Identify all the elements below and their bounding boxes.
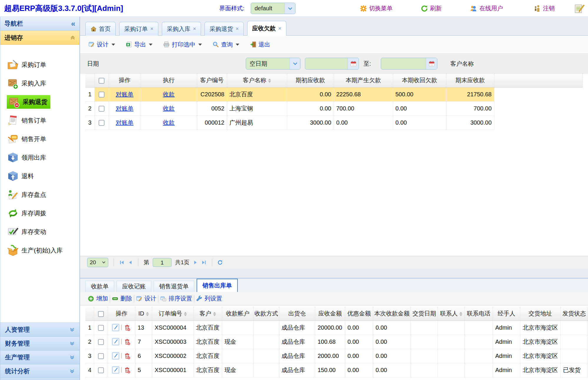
trash-icon[interactable] xyxy=(123,352,131,360)
select-all-checkbox[interactable] xyxy=(98,311,104,317)
tab-receipts[interactable]: 收款单 xyxy=(85,281,114,292)
sort-icon[interactable] xyxy=(459,312,462,316)
sidebar-section-finance[interactable]: 财务管理 xyxy=(0,336,79,350)
caret-down-icon[interactable] xyxy=(198,44,202,46)
last-page-button[interactable] xyxy=(201,260,207,265)
refresh-button[interactable]: 刷新 xyxy=(421,0,442,17)
close-icon[interactable]: × xyxy=(193,26,196,32)
tab-purchase-order[interactable]: 采购订单 × xyxy=(119,22,158,36)
col-customer-name[interactable]: 客户名称 xyxy=(227,74,287,87)
edit-icon[interactable] xyxy=(112,366,119,374)
statement-link[interactable]: 对账单 xyxy=(116,91,134,98)
chevron-down-icon[interactable] xyxy=(290,58,300,69)
sidebar-section-hr[interactable]: 人资管理 xyxy=(0,323,79,336)
edit-icon[interactable] xyxy=(112,338,119,346)
statement-link[interactable]: 对账单 xyxy=(116,105,134,112)
col-contact[interactable]: 联系人 xyxy=(438,307,465,320)
tab-purchase-inbound[interactable]: 采购入库 × xyxy=(162,22,201,36)
sidebar-item-stock-count[interactable]: 库存盘点 xyxy=(0,185,79,204)
trash-icon[interactable] xyxy=(123,338,131,346)
row-checkbox[interactable] xyxy=(99,120,104,126)
export-button[interactable]: 导出 xyxy=(126,41,152,49)
tab-receivables[interactable]: 应收欠款 × xyxy=(247,21,286,36)
date-mode-select[interactable]: 空日期 xyxy=(246,58,300,70)
exit-button[interactable]: 退出 xyxy=(250,41,270,49)
tab-sales-returns[interactable]: 销售退货单 xyxy=(154,281,194,292)
table-row[interactable]: 3 | 6 XSC000002 北京百度 成品仓库 2000.00 0.00 xyxy=(85,349,588,363)
sort-icon[interactable] xyxy=(146,312,149,316)
caret-down-icon[interactable] xyxy=(112,44,115,46)
sidebar-item-purchase-return[interactable]: 采购退货 xyxy=(0,92,79,111)
sort-settings-button[interactable]: 排序设置 xyxy=(160,295,192,303)
select-all-checkbox[interactable] xyxy=(99,78,104,84)
collect-link[interactable]: 收款 xyxy=(163,91,175,98)
calendar-icon[interactable] xyxy=(348,58,359,69)
calendar-icon[interactable] xyxy=(426,58,437,69)
chevron-down-icon[interactable] xyxy=(285,3,295,14)
add-button[interactable]: 增加 xyxy=(88,295,108,303)
sort-icon[interactable] xyxy=(213,312,216,316)
table-row[interactable]: 3 对账单 收款 000012 广州超易 3000.00 0.00 0.00 3… xyxy=(85,115,582,130)
note-pencil-icon[interactable] xyxy=(574,3,586,15)
table-row[interactable]: 1 对账单 收款 C202508 北京百度 0.00 22250.68 500.… xyxy=(85,87,582,101)
row-checkbox[interactable] xyxy=(98,367,104,373)
column-settings-button[interactable]: 列设置 xyxy=(196,295,222,303)
tab-receivable-ledger[interactable]: 应收记账 xyxy=(117,281,151,292)
sidebar-item-purchase-order[interactable]: 采购订单 xyxy=(0,55,79,74)
row-checkbox[interactable] xyxy=(99,92,104,98)
design-button[interactable]: 设计 xyxy=(136,295,156,303)
query-button[interactable]: 查询 xyxy=(212,41,239,49)
table-row[interactable]: 1 | 13 XSC000004 北京百度 成品仓库 20000.00 0.00 xyxy=(85,320,588,335)
sidebar-item-sales-order[interactable]: 销售订单 xyxy=(0,111,79,130)
close-icon[interactable]: × xyxy=(150,26,153,32)
table-row[interactable]: 2 | 7 XSC000003 北京百度 现金 成品仓库 100.68 0.00 xyxy=(85,335,588,349)
collect-link[interactable]: 收款 xyxy=(163,105,175,112)
style-select[interactable]: default xyxy=(251,3,295,14)
sidebar-section-partial[interactable] xyxy=(0,378,79,380)
close-icon[interactable]: × xyxy=(278,26,281,32)
sidebar-item-stock-change[interactable]: 库存变动 xyxy=(0,222,79,241)
sidebar-item-sales-billing[interactable]: 销售开单 xyxy=(0,130,79,148)
first-page-button[interactable] xyxy=(119,260,124,265)
statement-link[interactable]: 对账单 xyxy=(116,119,134,126)
col-id[interactable]: ID xyxy=(135,307,152,320)
sidebar-item-production-inbound[interactable]: 生产(初始)入库 xyxy=(0,241,79,260)
sidebar-section-production[interactable]: 生产管理 xyxy=(0,350,79,364)
trash-icon[interactable] xyxy=(123,324,131,331)
col-order-no[interactable]: 订单编号 xyxy=(152,307,193,320)
prev-page-button[interactable] xyxy=(128,260,133,265)
page-number-input[interactable]: 1 xyxy=(153,258,172,267)
logout-button[interactable]: 注销 xyxy=(534,0,555,17)
sidebar-item-requisition-outbound[interactable]: 领用出库 xyxy=(0,148,79,167)
date-to-input[interactable] xyxy=(381,58,437,70)
tab-home[interactable]: 首页 xyxy=(85,22,116,36)
close-icon[interactable]: × xyxy=(236,26,239,32)
row-checkbox[interactable] xyxy=(98,353,104,359)
reload-icon[interactable] xyxy=(217,260,223,265)
table-row[interactable]: 4 | 5 XSC000001 北京百度 现金 成品仓库 150.00 0.00 xyxy=(85,363,588,377)
tab-purchase-return[interactable]: 采购退货 × xyxy=(205,22,244,36)
sidebar-item-purchase-inbound[interactable]: 采购入库 xyxy=(0,74,79,92)
row-checkbox[interactable] xyxy=(99,106,104,112)
row-checkbox[interactable] xyxy=(98,325,104,331)
sort-icon[interactable] xyxy=(268,79,271,83)
edit-icon[interactable] xyxy=(112,352,119,360)
sidebar-item-stock-transfer[interactable]: 库存调拨 xyxy=(0,204,79,222)
col-customer[interactable]: 客户 xyxy=(193,307,222,320)
delete-button[interactable]: 删除 xyxy=(112,295,132,303)
sidebar-item-material-return[interactable]: 退料 xyxy=(0,167,79,185)
table-row[interactable]: 2 对账单 收款 0052 上海宝钢 0.00 700.00 0.00 700.… xyxy=(85,101,582,115)
trash-icon[interactable] xyxy=(123,366,131,374)
switch-menu-button[interactable]: 切换菜单 xyxy=(360,0,393,17)
date-from-input[interactable] xyxy=(305,58,359,70)
caret-down-icon[interactable] xyxy=(236,44,239,46)
page-size-select[interactable]: 20 xyxy=(87,258,108,267)
caret-down-icon[interactable] xyxy=(149,44,152,46)
sort-icon[interactable] xyxy=(184,312,187,316)
online-users-button[interactable]: 在线用户 xyxy=(470,0,503,17)
collect-link[interactable]: 收款 xyxy=(163,119,175,126)
sidebar-section-inventory[interactable]: 进销存 xyxy=(0,31,79,45)
sidebar-section-statistics[interactable]: 统计分析 xyxy=(0,364,79,378)
edit-icon[interactable] xyxy=(112,324,119,331)
next-page-button[interactable] xyxy=(193,260,198,265)
